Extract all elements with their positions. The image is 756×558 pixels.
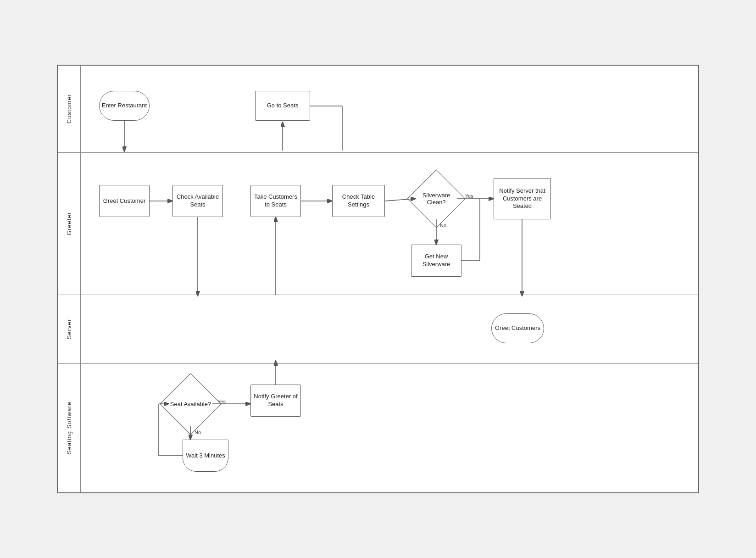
lane-content-server: Greet Customers bbox=[81, 295, 698, 363]
notify-server-node: Notify Server that Customers are Seated bbox=[494, 178, 551, 219]
lane-label-seating-software: Seating Software bbox=[58, 364, 81, 492]
seating-arrows bbox=[81, 364, 698, 492]
lane-seating-software: Seating Software Seat Available? Notify … bbox=[58, 364, 698, 492]
check-available-seats-node: Check Available Seats bbox=[172, 185, 223, 217]
arrow-enter-down bbox=[81, 66, 698, 152]
silverware-clean-diamond bbox=[407, 169, 465, 228]
yes-label-silverware: Yes bbox=[465, 193, 473, 199]
yes-label-seat: Yes bbox=[217, 399, 226, 404]
wait-3-minutes-node: Wait 3 Minutes bbox=[183, 440, 228, 472]
no-label-silverware: No bbox=[440, 223, 446, 228]
lane-customer: Customer Enter Restaurant Go to Seats bbox=[58, 66, 698, 153]
lane-content-seating-software: Seat Available? Notify Greeter of Seats … bbox=[81, 364, 698, 492]
lane-content-greeter: Greet Customer Check Available Seats Tak… bbox=[81, 153, 698, 295]
server-arrows bbox=[81, 295, 698, 363]
seat-available-diamond bbox=[160, 373, 221, 435]
lane-greeter: Greeter Greet Customer Check Available S… bbox=[58, 153, 698, 295]
lane-label-server: Server bbox=[58, 295, 81, 363]
check-table-settings-node: Check Table Settings bbox=[332, 185, 385, 217]
no-label-seat: No bbox=[195, 430, 201, 435]
greet-customers-node: Greet Customers bbox=[491, 313, 544, 343]
notify-greeter-node: Notify Greeter of Seats bbox=[250, 385, 301, 417]
lane-label-customer: Customer bbox=[58, 66, 81, 152]
lane-server: Server Greet Customers bbox=[58, 295, 698, 364]
diagram-container: Customer Enter Restaurant Go to Seats bbox=[57, 65, 699, 493]
enter-restaurant-node: Enter Restaurant bbox=[99, 91, 150, 121]
go-to-seats-node: Go to Seats bbox=[255, 91, 310, 121]
get-new-silverware-node: Get New Silverware bbox=[411, 245, 461, 277]
greeter-arrows bbox=[81, 153, 698, 295]
lane-content-customer: Enter Restaurant Go to Seats bbox=[81, 66, 698, 152]
greet-customer-node: Greet Customer bbox=[99, 185, 150, 217]
lane-label-greeter: Greeter bbox=[58, 153, 81, 295]
take-customers-to-seats-node: Take Customers to Seats bbox=[250, 185, 301, 217]
